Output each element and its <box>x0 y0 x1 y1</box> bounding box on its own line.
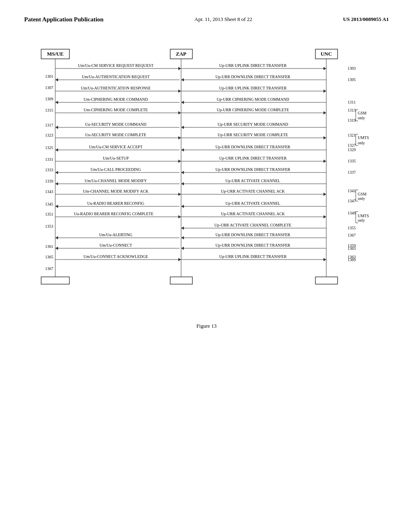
svg-marker-58 <box>181 126 184 129</box>
svg-rect-172 <box>315 277 338 284</box>
svg-text:Up-URR SECURITY MODE COMMAND: Up-URR SECURITY MODE COMMAND <box>218 122 288 127</box>
svg-text:1323: 1323 <box>45 133 53 137</box>
svg-marker-33 <box>55 101 58 104</box>
svg-text:1349: 1349 <box>348 211 356 215</box>
svg-marker-13 <box>323 67 326 70</box>
svg-text:1315: 1315 <box>45 108 53 112</box>
svg-text:1311: 1311 <box>348 100 356 104</box>
svg-text:Up-URR UPLINK DIRECT TRANSFER: Up-URR UPLINK DIRECT TRANSFER <box>219 86 286 90</box>
svg-text:Up-URR DOWNLINK DIRECT TRANSFE: Up-URR DOWNLINK DIRECT TRANSFER <box>215 233 290 237</box>
svg-marker-131 <box>323 215 326 218</box>
svg-marker-156 <box>181 247 184 250</box>
svg-marker-18 <box>55 78 58 81</box>
svg-text:only: only <box>358 196 365 201</box>
svg-text:Up-URR DOWNLINK DIRECT TRANSFE: Up-URR DOWNLINK DIRECT TRANSFER <box>215 167 290 172</box>
svg-text:Up-URR ACTIVATE CHANNEL ACK: Up-URR ACTIVATE CHANNEL ACK <box>221 212 285 216</box>
svg-text:Up-URR ACTIVATE CHANNEL ACK: Up-URR ACTIVATE CHANNEL ACK <box>221 189 285 193</box>
svg-text:1331: 1331 <box>45 157 53 162</box>
svg-text:Um/Uu-CHANNEL MODE MODIFY: Um/Uu-CHANNEL MODE MODIFY <box>85 179 147 183</box>
svg-marker-128 <box>178 215 181 218</box>
svg-text:GSM: GSM <box>358 192 367 196</box>
svg-text:Up-URR UPLINK DIRECT TRANSFER: Up-URR UPLINK DIRECT TRANSFER <box>219 254 286 259</box>
svg-text:1325: 1325 <box>45 145 53 150</box>
svg-text:1301: 1301 <box>45 74 53 79</box>
header-left: Patent Application Publication <box>24 16 104 23</box>
svg-text:1321: 1321 <box>348 133 356 137</box>
svg-text:Up-URR DOWNLINK DIRECT TRANSFE: Up-URR DOWNLINK DIRECT TRANSFER <box>215 243 290 247</box>
svg-marker-162 <box>178 258 181 261</box>
svg-text:Up-URR CIPHERING MODE COMMAND: Up-URR CIPHERING MODE COMMAND <box>217 97 289 102</box>
svg-marker-110 <box>323 193 326 196</box>
svg-text:Up-URR ACTIVATE CHANNEL: Up-URR ACTIVATE CHANNEL <box>225 179 280 183</box>
svg-marker-149 <box>181 236 184 239</box>
svg-text:Um/Uu-AUTHENTICATION RESPONSE: Um/Uu-AUTHENTICATION RESPONSE <box>81 86 150 90</box>
diagram-container: MS/UE ZAP UNC Um/Uu-CM SERVICE REQUEST R… <box>33 47 380 307</box>
svg-text:1367: 1367 <box>45 266 53 271</box>
svg-marker-41 <box>178 111 181 114</box>
svg-text:only: only <box>358 218 365 222</box>
svg-marker-65 <box>323 136 326 139</box>
svg-rect-171 <box>170 277 192 284</box>
svg-marker-79 <box>181 148 184 152</box>
svg-text:1333: 1333 <box>45 168 53 172</box>
svg-text:1345: 1345 <box>45 202 53 206</box>
svg-marker-84 <box>178 160 181 163</box>
svg-text:Um/Uu-AUTHENTICATION REQUEST: Um/Uu-AUTHENTICATION REQUEST <box>82 75 150 79</box>
svg-marker-55 <box>55 126 58 129</box>
svg-text:1351: 1351 <box>45 212 53 216</box>
svg-text:Uu-SECURITY MODE COMMAND: Uu-SECURITY MODE COMMAND <box>85 122 146 127</box>
svg-text:1343: 1343 <box>45 189 53 194</box>
svg-text:Uu-RADIO BEARER RECONFIG COMPL: Uu-RADIO BEARER RECONFIG COMPLETE <box>74 212 154 216</box>
svg-text:1309: 1309 <box>45 97 53 101</box>
svg-rect-170 <box>41 277 69 284</box>
svg-text:1341: 1341 <box>348 189 356 193</box>
svg-text:Up-URR SECURITY MODE COMPLETE: Up-URR SECURITY MODE COMPLETE <box>218 133 288 137</box>
svg-text:Up-URR UPLINK DIRECT TRANSFER: Up-URR UPLINK DIRECT TRANSFER <box>219 156 286 160</box>
svg-text:1367: 1367 <box>348 233 356 237</box>
page-header: Patent Application Publication Apr. 11, … <box>24 16 389 23</box>
figure-caption-text: Figure 13 <box>196 323 217 329</box>
svg-text:ZAP: ZAP <box>176 51 186 57</box>
svg-marker-121 <box>55 205 58 208</box>
svg-text:Um/Uu-CONNECT ACKNOWLEDGE: Um/Uu-CONNECT ACKNOWLEDGE <box>83 254 148 259</box>
svg-marker-21 <box>181 78 184 81</box>
svg-text:1335: 1335 <box>348 159 356 163</box>
svg-marker-44 <box>323 111 326 114</box>
figure-caption: Figure 13 <box>24 323 389 329</box>
svg-text:1339: 1339 <box>45 179 53 183</box>
svg-text:1337: 1337 <box>348 170 356 175</box>
svg-marker-36 <box>181 101 184 104</box>
svg-text:1361: 1361 <box>45 244 53 249</box>
svg-text:Um/Uu-CALL PROCEEDING: Um/Uu-CALL PROCEEDING <box>91 167 141 172</box>
svg-text:GSM: GSM <box>358 111 367 115</box>
svg-text:Um/Uu-SETUP: Um/Uu-SETUP <box>103 156 129 160</box>
svg-text:Up-URR ACTIVATE CHANNEL: Up-URR ACTIVATE CHANNEL <box>225 201 280 206</box>
sequence-diagram: MS/UE ZAP UNC Um/Uu-CM SERVICE REQUEST R… <box>33 47 380 305</box>
svg-text:1363: 1363 <box>348 246 356 251</box>
svg-text:1313: 1313 <box>348 108 356 112</box>
svg-text:Up-URR ACTIVATE CHANNEL COMPLE: Up-URR ACTIVATE CHANNEL COMPLETE <box>215 223 292 227</box>
svg-text:Up-URR DOWNLINK DIRECT TRANSFE: Up-URR DOWNLINK DIRECT TRANSFER <box>215 75 290 79</box>
svg-text:1365: 1365 <box>45 255 53 259</box>
svg-marker-141 <box>181 227 184 230</box>
svg-text:1355: 1355 <box>348 226 356 230</box>
svg-text:Um/Uu-CM SERVICE REQUEST REQUE: Um/Uu-CM SERVICE REQUEST REQUEST <box>78 63 153 68</box>
svg-text:Up-URR CIPHERING MODE COMPLETE: Up-URR CIPHERING MODE COMPLETE <box>217 108 289 112</box>
svg-text:Um/Uu-CONNECT: Um/Uu-CONNECT <box>100 243 132 247</box>
header-center: Apr. 11, 2013 Sheet 8 of 22 <box>194 16 252 23</box>
header-right: US 2013/0089055 A1 <box>343 16 389 23</box>
svg-text:UMTS: UMTS <box>358 135 369 140</box>
svg-text:1303: 1303 <box>348 66 356 71</box>
svg-text:Um/Uu-CM SERVICE ACCEPT: Um/Uu-CM SERVICE ACCEPT <box>89 145 143 149</box>
svg-marker-87 <box>323 160 326 163</box>
svg-text:1327: 1327 <box>348 143 356 148</box>
svg-text:1329: 1329 <box>348 148 356 152</box>
svg-text:only: only <box>358 141 365 145</box>
svg-marker-165 <box>323 258 326 261</box>
svg-text:Um-CHANNEL MODE MODIFY ACK: Um-CHANNEL MODE MODIFY ACK <box>83 189 149 193</box>
svg-text:Up-URR DOWNLINK DIRECT TRANSFE: Up-URR DOWNLINK DIRECT TRANSFER <box>215 145 290 149</box>
svg-marker-100 <box>55 182 58 185</box>
svg-text:Um/Uu-ALERTING: Um/Uu-ALERTING <box>99 233 133 237</box>
svg-text:1305: 1305 <box>348 77 356 82</box>
svg-text:1307: 1307 <box>45 85 53 90</box>
